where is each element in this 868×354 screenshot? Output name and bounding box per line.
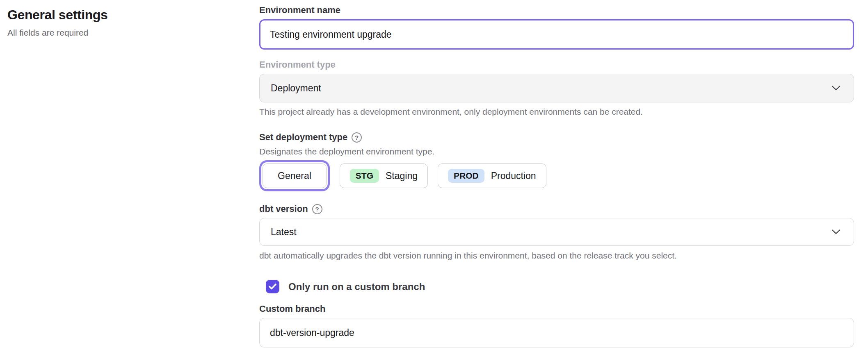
page-title: General settings xyxy=(7,7,107,23)
deployment-type-label-row: Set deployment type ? xyxy=(259,132,854,143)
deployment-type-options: General STG Staging PROD Production xyxy=(259,163,854,188)
deployment-type-helper: Designates the deployment environment ty… xyxy=(259,146,854,157)
chevron-down-icon xyxy=(831,229,841,235)
chevron-down-icon xyxy=(831,86,841,91)
deployment-type-general-label: General xyxy=(278,170,311,182)
dbt-version-helper: dbt automatically upgrades the dbt versi… xyxy=(259,250,854,261)
custom-branch-checkbox-label[interactable]: Only run on a custom branch xyxy=(288,281,425,293)
deployment-type-production-label: Production xyxy=(491,170,536,182)
page-subtitle: All fields are required xyxy=(7,28,107,38)
dbt-version-value: Latest xyxy=(271,227,297,238)
deployment-type-general-button[interactable]: General xyxy=(263,163,327,188)
settings-intro: General settings All fields are required xyxy=(7,7,107,38)
dbt-version-label: dbt version xyxy=(259,204,308,214)
help-icon[interactable]: ? xyxy=(312,204,322,214)
environment-type-label: Environment type xyxy=(259,59,854,70)
environment-type-value: Deployment xyxy=(271,83,321,94)
environment-name-label: Environment name xyxy=(259,5,854,16)
custom-branch-input[interactable] xyxy=(259,318,854,347)
custom-branch-label: Custom branch xyxy=(259,304,854,314)
deployment-type-label: Set deployment type xyxy=(259,132,347,143)
dbt-version-label-row: dbt version ? xyxy=(259,204,854,214)
environment-settings-page: General settings All fields are required… xyxy=(0,0,868,354)
deployment-type-production-button[interactable]: PROD Production xyxy=(438,163,546,188)
custom-branch-checkbox-row: Only run on a custom branch xyxy=(266,280,854,293)
dbt-version-select[interactable]: Latest xyxy=(259,218,854,246)
environment-type-select[interactable]: Deployment xyxy=(259,74,854,102)
environment-settings-form: Environment name Environment type Deploy… xyxy=(259,5,854,347)
staging-badge: STG xyxy=(350,169,379,183)
deployment-type-staging-button[interactable]: STG Staging xyxy=(340,163,428,188)
deployment-type-staging-label: Staging xyxy=(386,170,418,182)
environment-name-input[interactable] xyxy=(259,19,854,50)
custom-branch-checkbox[interactable] xyxy=(266,280,279,293)
production-badge: PROD xyxy=(448,169,484,183)
help-icon[interactable]: ? xyxy=(352,132,362,143)
environment-type-helper: This project already has a development e… xyxy=(259,107,854,117)
checkmark-icon xyxy=(269,284,276,290)
